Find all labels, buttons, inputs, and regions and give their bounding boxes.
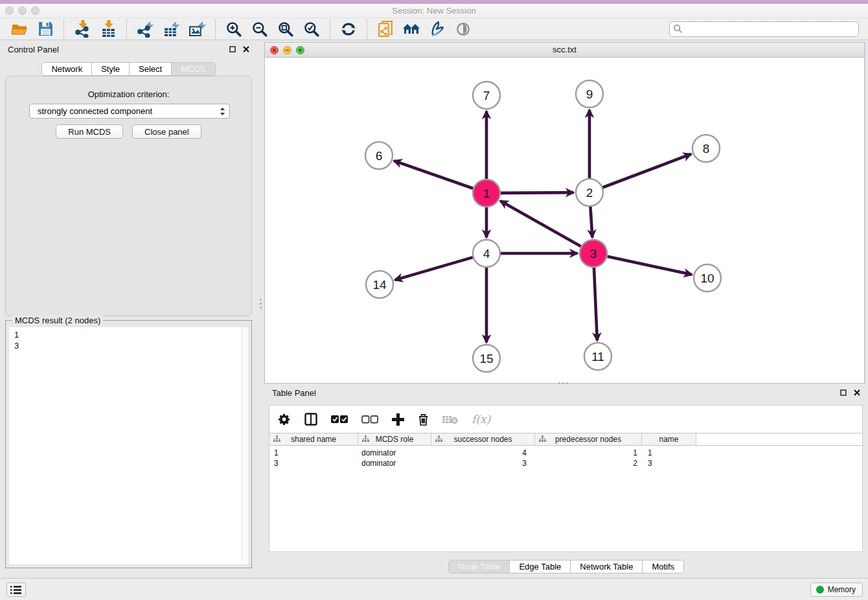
table-cell: 1 xyxy=(269,448,358,458)
graph-node-8[interactable]: 8 xyxy=(692,135,720,162)
optimization-criterion-select[interactable]: strongly connected component xyxy=(29,104,230,119)
graph-edge-2-3[interactable] xyxy=(590,207,592,238)
float-panel-icon[interactable] xyxy=(840,389,847,396)
import-network-button[interactable] xyxy=(73,19,92,39)
table-tabs: Node TableEdge TableNetwork TableMotifs xyxy=(264,560,868,573)
close-window-button[interactable] xyxy=(5,6,14,15)
table-row[interactable]: 3dominator323 xyxy=(269,458,862,468)
tab-mcds[interactable]: MCDS xyxy=(172,62,215,76)
tab-network[interactable]: Network xyxy=(41,62,92,76)
close-panel-button[interactable]: Close panel xyxy=(132,124,201,139)
graph-edge-3-11[interactable] xyxy=(594,268,597,341)
search-input[interactable] xyxy=(683,24,858,34)
graph-node-3[interactable]: 3 xyxy=(580,240,607,267)
result-scrollbar[interactable] xyxy=(242,327,248,564)
graph-node-2[interactable]: 2 xyxy=(576,179,603,206)
table-cell: dominator xyxy=(358,448,431,458)
show-hide-panels-button[interactable] xyxy=(453,19,473,39)
graph-edge-3-1[interactable] xyxy=(500,201,580,246)
open-folder-icon xyxy=(11,21,28,38)
graph-edge-1-6[interactable] xyxy=(394,161,473,189)
zoom-out-button[interactable] xyxy=(250,19,269,39)
maximize-network-icon[interactable] xyxy=(296,46,304,54)
table-toolbar: f(x) xyxy=(269,406,862,433)
graph-node-4[interactable]: 4 xyxy=(473,240,500,267)
graph-node-label: 6 xyxy=(376,149,383,163)
export-table-button[interactable] xyxy=(161,19,181,39)
delete-table-icon[interactable] xyxy=(442,415,458,424)
horizontal-splitter-handle[interactable] xyxy=(554,381,571,385)
select-all-columns-icon[interactable] xyxy=(331,415,348,424)
save-session-button[interactable] xyxy=(36,19,55,39)
column-header-successor-nodes[interactable]: successor nodes xyxy=(431,433,535,445)
network-canvas[interactable]: 1234678910111415 xyxy=(265,58,863,382)
unselect-all-columns-icon[interactable] xyxy=(361,415,378,424)
style-brush-icon xyxy=(429,20,446,38)
zoom-selected-icon xyxy=(303,21,320,38)
graph-edge-4-14[interactable] xyxy=(395,257,473,280)
import-table-button[interactable] xyxy=(98,19,118,39)
table-panel-title: Table Panel xyxy=(272,388,316,398)
show-columns-icon[interactable] xyxy=(304,413,317,426)
close-panel-icon[interactable] xyxy=(243,46,249,52)
vertical-splitter-handle[interactable] xyxy=(258,295,262,312)
tab-select[interactable]: Select xyxy=(130,62,172,76)
search-field[interactable] xyxy=(669,21,859,37)
add-column-icon[interactable] xyxy=(392,413,404,426)
maximize-window-button[interactable] xyxy=(31,6,40,15)
export-image-button[interactable] xyxy=(187,19,207,39)
tab-style[interactable]: Style xyxy=(92,62,130,76)
graph-node-label: 4 xyxy=(483,247,490,260)
graph-node-1[interactable]: 1 xyxy=(473,179,500,207)
column-header-MCDS-role[interactable]: MCDS role xyxy=(358,433,431,445)
clone-network-button[interactable] xyxy=(376,19,395,39)
apply-style-button[interactable] xyxy=(428,19,447,39)
graph-node-9[interactable]: 9 xyxy=(576,80,603,108)
window-controls[interactable] xyxy=(5,6,40,15)
control-panel-tabs: NetworkStyleSelectMCDS xyxy=(0,62,257,76)
zoom-in-button[interactable] xyxy=(224,19,244,39)
network-window-titlebar[interactable]: scc.txt xyxy=(265,43,864,58)
graph-node-11[interactable]: 11 xyxy=(584,343,611,370)
tab-edge-table[interactable]: Edge Table xyxy=(510,560,571,573)
graph-node-14[interactable]: 14 xyxy=(366,271,393,298)
open-session-button[interactable] xyxy=(10,19,29,39)
control-panel: Control Panel NetworkStyleSelectMCDS Opt… xyxy=(0,42,257,571)
task-history-button[interactable] xyxy=(6,583,26,597)
column-header-predecessor-nodes[interactable]: predecessor nodes xyxy=(535,433,642,445)
export-network-button[interactable] xyxy=(135,19,155,39)
tab-network-table[interactable]: Network Table xyxy=(571,560,643,573)
graph-node-label: 3 xyxy=(590,247,597,260)
mcds-result-area[interactable]: 1 3 xyxy=(9,327,248,564)
graph-node-7[interactable]: 7 xyxy=(473,82,500,109)
toolbar-separator xyxy=(215,19,216,39)
tab-motifs[interactable]: Motifs xyxy=(643,560,684,573)
tab-node-table[interactable]: Node Table xyxy=(448,560,510,573)
graph-node-6[interactable]: 6 xyxy=(365,142,393,169)
run-mcds-button[interactable]: Run MCDS xyxy=(56,124,123,139)
zoom-selected-button[interactable] xyxy=(302,19,321,39)
close-panel-icon[interactable] xyxy=(854,389,860,396)
graph-edge-2-8[interactable] xyxy=(603,154,692,188)
graph-edge-3-10[interactable] xyxy=(608,257,692,275)
network-window-title: scc.txt xyxy=(265,43,864,57)
function-builder-icon[interactable]: f(x) xyxy=(472,413,490,426)
close-network-icon[interactable] xyxy=(270,46,279,54)
graph-node-15[interactable]: 15 xyxy=(473,345,500,372)
zoom-fit-button[interactable] xyxy=(276,19,295,39)
refresh-button[interactable] xyxy=(339,19,358,39)
task-list-icon xyxy=(10,585,22,595)
table-settings-gear-icon[interactable] xyxy=(279,413,291,426)
table-row[interactable]: 1dominator411 xyxy=(269,448,862,458)
minimize-window-button[interactable] xyxy=(18,6,27,15)
delete-trash-icon[interactable] xyxy=(418,413,429,426)
column-header-shared-name[interactable]: shared name xyxy=(269,433,358,445)
minimize-network-icon[interactable] xyxy=(283,46,291,54)
graph-node-10[interactable]: 10 xyxy=(694,264,721,292)
column-header-name[interactable]: name xyxy=(642,433,696,445)
first-neighbors-button[interactable] xyxy=(402,19,421,39)
table-panel-header: Table Panel xyxy=(264,386,868,400)
memory-button[interactable]: Memory xyxy=(810,583,863,597)
graph-edge-1-2[interactable] xyxy=(501,192,574,193)
float-panel-icon[interactable] xyxy=(229,46,236,52)
